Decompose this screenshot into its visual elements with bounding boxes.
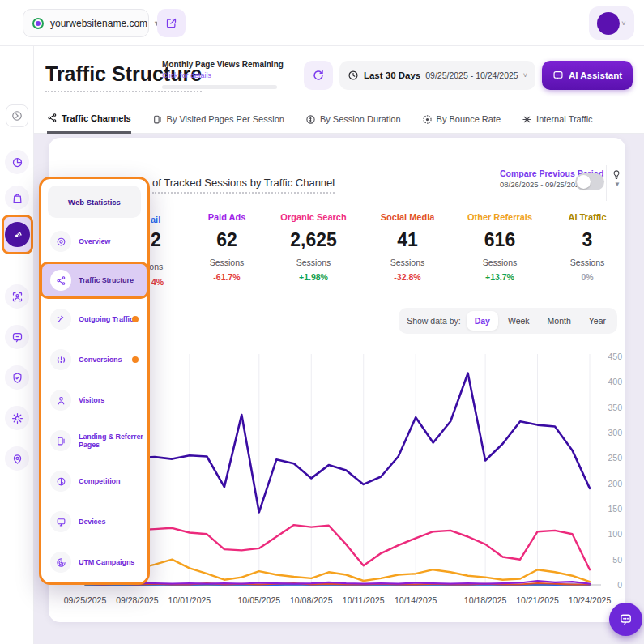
lightbulb-icon (611, 168, 622, 180)
stat-organic-search[interactable]: Organic Search 2,625 Sessions +1.98% (269, 212, 358, 282)
svg-text:10/08/2025: 10/08/2025 (290, 595, 333, 605)
website-name: yourwebsitename.com (50, 18, 147, 29)
support-chat-button[interactable] (609, 603, 642, 636)
avatar (597, 12, 620, 35)
svg-text:150: 150 (608, 504, 622, 514)
insights-control[interactable]: ▼ (611, 168, 624, 188)
shopping-bag-icon (5, 186, 29, 210)
tab-by-visited-pages[interactable]: By Visited Pages Per Session (152, 105, 284, 134)
report-tabs: Traffic Channels By Visited Pages Per Se… (34, 105, 644, 134)
sidebar-item-settings[interactable] (0, 406, 34, 430)
show-data-by-control: Show data by: Day Week Month Year (399, 308, 617, 334)
menu-item-visitors[interactable]: Visitors (41, 380, 147, 420)
stat-value: 3 (543, 229, 632, 251)
user-target-icon (5, 284, 29, 309)
refresh-button[interactable] (304, 61, 333, 90)
menu-item-conversions[interactable]: Conversions (41, 339, 147, 380)
svg-text:100: 100 (608, 529, 622, 539)
sidebar-item-user-behavior[interactable] (0, 284, 34, 309)
svg-text:10/24/2025: 10/24/2025 (569, 595, 612, 605)
tab-by-bounce-rate[interactable]: By Bounce Rate (422, 105, 501, 134)
ai-assistant-button[interactable]: AI Assistant (542, 61, 633, 90)
divider (606, 165, 607, 201)
stat-change: -32.8% (363, 272, 452, 282)
web-statistics-menu: Web Statistics Overview Traffic Structur… (39, 177, 150, 585)
gear-icon (5, 406, 29, 430)
tab-label: By Visited Pages Per Session (167, 114, 284, 124)
ai-chat-icon (552, 70, 564, 81)
menu-item-label: Conversions (79, 356, 122, 364)
menu-item-competition[interactable]: Competition (41, 461, 147, 501)
sidebar-item-ecommerce[interactable] (0, 186, 34, 210)
toggle-knob (577, 175, 591, 189)
shield-check-icon (5, 365, 29, 390)
stat-value: 616 (455, 229, 544, 251)
sidebar-item-analytics[interactable] (0, 150, 34, 174)
stat-value: 2,625 (269, 229, 358, 251)
stat-sessions-label: Sessions (543, 258, 632, 267)
open-website-button[interactable] (157, 9, 186, 37)
website-selector[interactable]: yourwebsitename.com ▼ (23, 9, 149, 37)
granularity-day[interactable]: Day (467, 311, 498, 331)
stat-sessions-label: Sessions (363, 258, 452, 267)
menu-item-label: Landing & Referrer Pages (79, 433, 147, 449)
tab-by-session-duration[interactable]: By Session Duration (305, 105, 401, 134)
stat-label: Social Media (363, 212, 452, 222)
svg-text:300: 300 (608, 428, 622, 437)
chat-bubble-icon (619, 612, 633, 626)
chevron-down-icon: ▼ (611, 181, 624, 188)
menu-item-label: Devices (79, 518, 105, 526)
pages-icon (152, 114, 163, 125)
date-range-picker[interactable]: Last 30 Days 09/25/2025 - 10/24/2025 ˅ (339, 61, 535, 90)
profile-menu[interactable]: ˅ (589, 6, 634, 40)
menu-item-overview[interactable]: Overview (41, 221, 147, 262)
sidebar-item-web-statistics-highlight[interactable] (2, 215, 33, 254)
tab-label: By Session Duration (320, 114, 401, 124)
sidebar-item-local[interactable] (0, 446, 34, 471)
share-nodes-icon (47, 113, 58, 123)
date-range-label: 09/25/2025 - 10/24/2025 (425, 70, 518, 80)
stat-social-media[interactable]: Social Media 41 Sessions -32.8% (363, 212, 452, 282)
tab-internal-traffic[interactable]: Internal Traffic (522, 105, 593, 134)
stat-ai-traffic[interactable]: AI Traffic 3 Sessions 0% (543, 212, 632, 282)
svg-text:400: 400 (608, 377, 622, 386)
menu-item-label: UTM Campaigns (79, 558, 134, 566)
monthly-pageviews-widget: Monthly Page Views Remaining Click for d… (162, 60, 284, 89)
stat-change: 0% (543, 272, 632, 282)
stat-label: Other Referrals (455, 212, 544, 222)
granularity-month[interactable]: Month (540, 311, 579, 331)
sidebar-item-security[interactable] (0, 365, 34, 390)
stat-paid-ads[interactable]: Paid Ads 62 Sessions -61.7% (182, 212, 271, 282)
sidebar-expand-button[interactable] (6, 104, 28, 127)
menu-item-label: Visitors (79, 396, 104, 404)
email-value-fragment: 2 (151, 229, 161, 251)
header-actions: Last 30 Days 09/25/2025 - 10/24/2025 ˅ A… (304, 61, 633, 90)
svg-text:10/01/2025: 10/01/2025 (168, 595, 211, 605)
svg-text:200: 200 (608, 479, 622, 488)
menu-item-landing-referrer-pages[interactable]: Landing & Referrer Pages (41, 420, 147, 461)
menu-item-devices[interactable]: Devices (41, 501, 147, 542)
menu-item-outgoing-traffic[interactable]: Outgoing Traffic (41, 299, 147, 339)
tab-label: Internal Traffic (536, 114, 593, 124)
mpv-details-link[interactable]: Click for details (162, 71, 284, 79)
compare-toggle[interactable] (575, 173, 604, 190)
snowflake-icon (522, 114, 532, 125)
tab-traffic-channels[interactable]: Traffic Channels (47, 105, 131, 134)
competition-icon (50, 471, 71, 492)
stat-other-referrals[interactable]: Other Referrals 616 Sessions +13.7% (455, 212, 544, 282)
menu-item-utm-campaigns[interactable]: UTM Campaigns (41, 542, 147, 582)
svg-text:10/21/2025: 10/21/2025 (516, 595, 559, 605)
stat-label: Paid Ads (182, 212, 271, 222)
sidebar-item-feedback[interactable] (0, 325, 34, 349)
visitors-icon (50, 390, 71, 411)
menu-item-traffic-structure[interactable]: Traffic Structure (40, 262, 149, 299)
svg-text:09/25/2025: 09/25/2025 (64, 595, 107, 605)
tab-label: Traffic Channels (62, 113, 131, 123)
granularity-week[interactable]: Week (500, 311, 538, 331)
traffic-structure-icon (50, 270, 71, 291)
stat-change: +1.98% (269, 272, 358, 282)
granularity-year[interactable]: Year (581, 311, 614, 331)
email-label-fragment: ail (151, 215, 160, 224)
utm-campaigns-icon (50, 552, 71, 573)
outgoing-traffic-icon (50, 309, 71, 330)
